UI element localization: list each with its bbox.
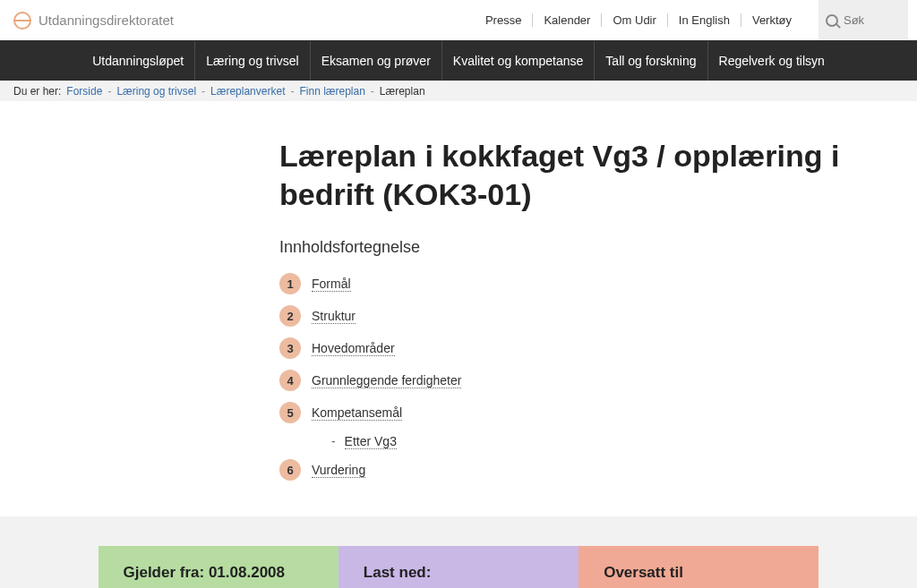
top-link-presse[interactable]: Presse <box>475 13 533 27</box>
toc-link-vurdering[interactable]: Vurdering <box>312 463 365 478</box>
breadcrumb-forside[interactable]: Forside <box>66 85 102 98</box>
bullet-icon: - <box>331 434 336 448</box>
toc-number: 2 <box>279 305 301 327</box>
breadcrumb-sep: - <box>290 85 294 98</box>
main-content: Læreplan i kokkfaget Vg3 / opplæring i b… <box>279 137 879 481</box>
toc-number: 6 <box>279 459 301 481</box>
toc-item-formal: 1 Formål <box>279 273 879 294</box>
toc-item-grunnleggende: 4 Grunnleggende ferdigheter <box>279 370 879 391</box>
top-link-verktoy[interactable]: Verktøy <box>741 13 802 27</box>
breadcrumb-current: Læreplan <box>380 85 425 98</box>
toc-link-hovedomrader[interactable]: Hovedområder <box>312 341 395 356</box>
toc-sublink-etter-vg3[interactable]: Etter Vg3 <box>345 434 397 449</box>
top-link-in-english[interactable]: In English <box>668 13 741 27</box>
toc-number: 4 <box>279 370 301 391</box>
breadcrumb-laering-og-trivsel[interactable]: Læring og trivsel <box>116 85 196 98</box>
breadcrumb: Du er her: Forside - Læring og trivsel -… <box>0 81 917 101</box>
breadcrumb-sep: - <box>201 85 205 98</box>
info-valid-from: Gjelder fra: 01.08.2008 <box>99 546 339 588</box>
toc-number: 5 <box>279 402 301 423</box>
nav-kvalitet-og-kompetanse[interactable]: Kvalitet og kompetanse <box>442 41 596 81</box>
nav-regelverk-og-tilsyn[interactable]: Regelverk og tilsyn <box>708 41 836 81</box>
toc-number: 1 <box>279 273 301 294</box>
toc-link-struktur[interactable]: Struktur <box>312 309 356 324</box>
toc-number: 3 <box>279 337 301 359</box>
top-header: Utdanningsdirektoratet Presse Kalender O… <box>0 0 917 40</box>
logo-text: Utdanningsdirektoratet <box>39 13 174 28</box>
top-link-om-udir[interactable]: Om Udir <box>602 13 667 27</box>
site-logo[interactable]: Utdanningsdirektoratet <box>13 12 174 30</box>
toc-subitem-etter-vg3: - Etter Vg3 <box>331 434 879 448</box>
info-download[interactable]: Last ned: <box>339 546 578 588</box>
info-bar: Gjelder fra: 01.08.2008 Last ned: Oversa… <box>99 546 819 588</box>
main-nav: Utdanningsløpet Læring og trivsel Eksame… <box>0 40 917 81</box>
toc-item-kompetansemal: 5 Kompetansemål <box>279 402 879 423</box>
nav-tall-og-forskning[interactable]: Tall og forskning <box>595 41 707 81</box>
info-translated[interactable]: Oversatt til <box>578 546 818 588</box>
search-icon <box>826 14 838 27</box>
toc-item-struktur: 2 Struktur <box>279 305 879 327</box>
page-title: Læreplan i kokkfaget Vg3 / opplæring i b… <box>279 137 879 213</box>
breadcrumb-sep: - <box>371 85 374 98</box>
nav-eksamen-og-prover[interactable]: Eksamen og prøver <box>311 41 442 81</box>
toc-list: 1 Formål 2 Struktur 3 Hovedområder 4 Gru… <box>279 273 879 481</box>
nav-laering-og-trivsel[interactable]: Læring og trivsel <box>195 41 311 81</box>
breadcrumb-laereplanverket[interactable]: Læreplanverket <box>210 85 285 98</box>
search-input[interactable] <box>844 13 897 27</box>
toc-item-vurdering: 6 Vurdering <box>279 459 879 481</box>
toc-heading: Innholdsfortegnelse <box>279 238 879 257</box>
toc-link-grunnleggende[interactable]: Grunnleggende ferdigheter <box>312 373 461 388</box>
breadcrumb-label: Du er her: <box>13 85 61 98</box>
toc-item-hovedomrader: 3 Hovedområder <box>279 337 879 359</box>
toc-link-kompetansemal[interactable]: Kompetansemål <box>312 405 402 421</box>
search-box[interactable] <box>818 0 908 40</box>
toc-link-formal[interactable]: Formål <box>312 277 351 292</box>
top-link-kalender[interactable]: Kalender <box>533 13 602 27</box>
nav-utdanningslopet[interactable]: Utdanningsløpet <box>81 41 195 81</box>
logo-icon <box>13 12 31 30</box>
info-section: Gjelder fra: 01.08.2008 Last ned: Oversa… <box>0 516 917 588</box>
breadcrumb-finn-laereplan[interactable]: Finn læreplan <box>299 85 364 98</box>
breadcrumb-sep: - <box>107 85 111 98</box>
top-utility-links: Presse Kalender Om Udir In English Verkt… <box>475 13 802 27</box>
